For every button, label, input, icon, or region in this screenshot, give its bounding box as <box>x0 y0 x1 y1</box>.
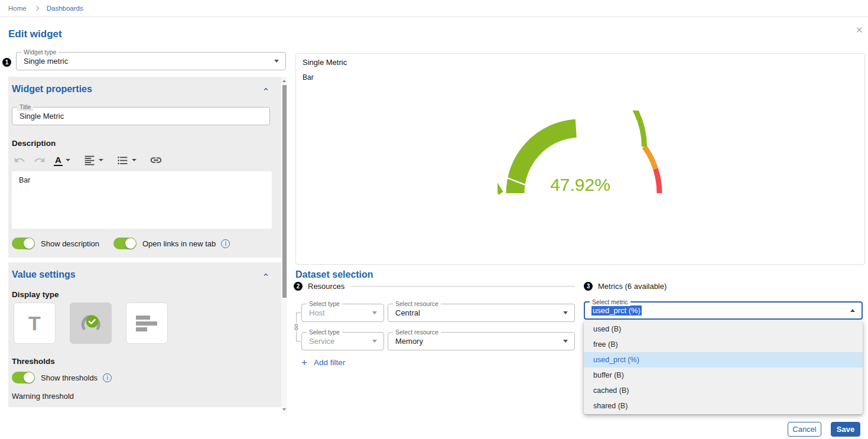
resource-row: Select type Service Select resource Memo… <box>301 332 575 350</box>
breadcrumb: Home Dashboards <box>0 0 868 17</box>
open-links-toggle[interactable] <box>113 238 136 249</box>
chevron-down-icon <box>274 60 279 63</box>
bullet-list-icon <box>116 154 129 167</box>
step-3-badge: 3 <box>584 282 593 291</box>
gauge-chart: 47.92% <box>498 110 663 198</box>
metric-dropdown-menu: used (B) free (B) used_prct (%) buffer (… <box>584 321 863 414</box>
chevron-down-icon <box>563 311 568 314</box>
scrollbar[interactable] <box>281 77 287 414</box>
metrics-section: 3 Metrics (6 available) Select metric us… <box>584 282 863 320</box>
chevron-down-icon <box>563 340 568 343</box>
dataset-selection-heading: Dataset selection <box>295 269 373 280</box>
description-editor[interactable]: Bar <box>12 171 272 229</box>
redo-icon[interactable] <box>34 154 45 166</box>
show-thresholds-toggle[interactable] <box>12 372 35 383</box>
align-left-icon <box>83 154 96 167</box>
breadcrumb-home[interactable]: Home <box>8 5 27 12</box>
title-input-label: Title <box>17 103 33 111</box>
title-input[interactable]: Title Single Metric <box>12 107 270 125</box>
select-resource-memory[interactable]: Select resource Memory <box>388 332 575 350</box>
metric-select-value: used_prct (%) <box>591 305 642 316</box>
menu-item[interactable]: used_prct (%) <box>584 352 863 368</box>
info-icon[interactable]: i <box>221 239 230 248</box>
text-color-button[interactable]: A <box>54 155 70 166</box>
description-label: Description <box>12 139 270 148</box>
close-icon[interactable]: ✕ <box>856 25 863 35</box>
text-color-icon: A <box>54 155 63 166</box>
settings-panel: Widget properties Title Single Metric De… <box>8 77 287 414</box>
link-button[interactable] <box>149 154 162 167</box>
value-settings-card: Value settings Display type T <box>8 262 282 407</box>
resources-label: Resources <box>308 282 344 291</box>
resource-link-bracket <box>294 304 301 350</box>
link-icon <box>149 154 162 167</box>
chevron-down-icon <box>99 159 103 161</box>
select-type-service[interactable]: Select type Service <box>301 332 384 350</box>
scroll-up-icon[interactable] <box>282 80 286 82</box>
widget-properties-heading: Widget properties <box>12 84 92 95</box>
gauge-display-icon <box>78 311 104 335</box>
chevron-down-icon <box>66 159 70 161</box>
show-description-label: Show description <box>41 239 99 248</box>
metrics-label: Metrics (6 available) <box>598 282 667 291</box>
list-button[interactable] <box>116 154 136 167</box>
widget-type-select[interactable]: Widget type Single metric <box>16 52 286 70</box>
resources-section: 2 Resources Select type Host <box>294 282 575 368</box>
scroll-down-icon[interactable] <box>282 408 286 411</box>
chain-link-icon <box>292 323 300 331</box>
menu-item[interactable]: cached (B) <box>584 383 863 398</box>
richtext-toolbar: A <box>14 153 270 167</box>
select-resource-central[interactable]: Select resource Central <box>388 304 575 322</box>
display-type-bar-button[interactable] <box>126 303 168 344</box>
breadcrumb-dashboards[interactable]: Dashboards <box>47 5 83 12</box>
menu-item[interactable]: free (B) <box>584 337 863 352</box>
preview-title: Single Metric <box>303 58 347 67</box>
bar-display-icon <box>136 316 158 331</box>
widget-type-value: Single metric <box>24 57 68 66</box>
show-description-toggle[interactable] <box>12 238 35 249</box>
add-filter-button[interactable]: + Add filter <box>301 357 575 368</box>
page-title: Edit widget <box>8 28 62 40</box>
title-input-value: Single Metric <box>19 112 64 121</box>
resource-row: Select type Host Select resource Central <box>301 304 575 322</box>
chevron-down-icon <box>372 340 377 343</box>
plus-icon: + <box>301 357 307 368</box>
value-settings-heading: Value settings <box>12 269 76 280</box>
metric-select-input[interactable]: Select metric used_prct (%) <box>584 301 863 320</box>
divider <box>351 286 575 287</box>
chevron-down-icon <box>132 159 136 161</box>
gauge-value: 47.92% <box>550 175 610 194</box>
menu-item[interactable]: buffer (B) <box>584 368 863 383</box>
undo-icon[interactable] <box>14 154 25 166</box>
display-type-label: Display type <box>12 290 270 299</box>
info-icon[interactable]: i <box>103 373 112 382</box>
warning-threshold-label: Warning threshold <box>12 392 270 401</box>
display-type-text-button[interactable]: T <box>14 303 56 344</box>
show-thresholds-label: Show thresholds <box>41 373 97 382</box>
description-text: Bar <box>19 176 30 184</box>
widget-preview: Single Metric Bar 47.92% <box>295 53 865 265</box>
preview-description: Bar <box>303 73 314 82</box>
text-display-icon: T <box>28 313 41 333</box>
thresholds-label: Thresholds <box>12 357 270 366</box>
align-button[interactable] <box>83 154 103 167</box>
cancel-button[interactable]: Cancel <box>788 422 821 437</box>
save-button[interactable]: Save <box>831 422 860 437</box>
chevron-right-icon <box>34 6 38 11</box>
widget-properties-card: Widget properties Title Single Metric De… <box>8 77 282 258</box>
display-type-gauge-button[interactable] <box>70 303 112 344</box>
scrollbar-thumb[interactable] <box>282 85 287 298</box>
chevron-down-icon <box>372 311 377 314</box>
menu-item[interactable]: used (B) <box>584 321 863 337</box>
select-type-host[interactable]: Select type Host <box>301 304 384 322</box>
collapse-chevron-icon[interactable] <box>262 271 270 279</box>
chevron-up-icon <box>850 309 855 312</box>
menu-item[interactable]: shared (B) <box>584 398 863 414</box>
open-links-label: Open links in new tab <box>142 239 216 248</box>
widget-type-label: Widget type <box>21 48 58 56</box>
collapse-chevron-icon[interactable] <box>262 85 270 93</box>
step-1-badge: 1 <box>2 58 11 67</box>
step-2-badge: 2 <box>294 282 303 291</box>
